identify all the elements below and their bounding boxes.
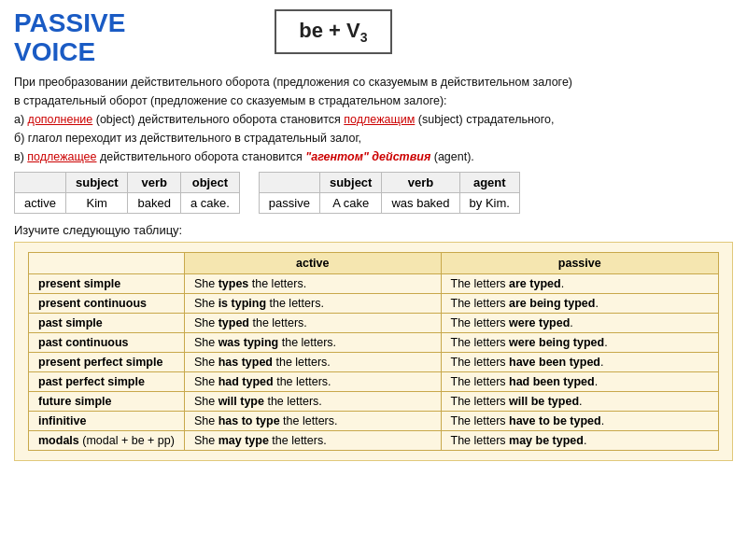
tense-row: past perfect simpleShe had typed the let… — [29, 371, 719, 391]
tense-name-cell: modals (modal + be + pp) — [29, 430, 185, 450]
formula-box: be + V3 — [275, 9, 391, 54]
tense-name-cell: past perfect simple — [29, 371, 185, 391]
passive-sentence-cell: The letters were typed. — [441, 313, 719, 332]
tense-row: present perfect simpleShe has typed the … — [29, 352, 719, 371]
study-label: Изучите следующую таблицу: — [14, 223, 733, 237]
passive-grammar-table: subject verb agent passive A cake was ba… — [259, 172, 520, 214]
tense-row: present simpleShe types the letters.The … — [29, 273, 719, 293]
tense-name-cell: present continuous — [29, 293, 185, 313]
passive-sentence-cell: The letters have been typed. — [441, 352, 719, 371]
header-row: PASSIVE VOICE be + V3 — [14, 9, 733, 67]
grammar-tables-row: subject verb object active Kim baked a c… — [14, 172, 733, 214]
subscript-3: 3 — [360, 30, 368, 45]
tense-name-cell: past simple — [29, 313, 185, 332]
desc-item-b: б) глагол переходит из действительного в… — [14, 132, 361, 145]
desc-line1: При преобразовании действительного оборо… — [14, 76, 572, 89]
tense-container: active passive present simpleShe types t… — [14, 242, 733, 461]
tense-row: infinitiveShe has to type the letters.Th… — [29, 411, 719, 430]
active-sentence-cell: She may type the letters. — [184, 430, 441, 450]
passive-label: passive — [259, 192, 319, 213]
active-header-verb: verb — [128, 172, 180, 192]
tense-row: past simpleShe typed the letters.The let… — [29, 313, 719, 332]
title-block: PASSIVE VOICE — [14, 9, 125, 67]
active-subject: Kim — [65, 192, 128, 213]
desc-line2: в страдательный оборот (предложение со с… — [14, 94, 447, 107]
active-header-empty — [15, 172, 66, 192]
passive-sentence-cell: The letters may be typed. — [441, 430, 719, 450]
tense-col-header-empty — [29, 252, 185, 273]
tense-name-cell: infinitive — [29, 411, 185, 430]
passive-data-row: passive A cake was baked by Kim. — [259, 192, 519, 213]
active-label: active — [15, 192, 66, 213]
active-header-subject: subject — [65, 172, 128, 192]
passive-header-verb: verb — [382, 172, 459, 192]
tense-row: modals (modal + be + pp)She may type the… — [29, 430, 719, 450]
active-sentence-cell: She will type the letters. — [184, 391, 441, 411]
active-object: a cake. — [180, 192, 239, 213]
active-sentence-cell: She typed the letters. — [184, 313, 441, 332]
tense-name-cell: future simple — [29, 391, 185, 411]
passive-sentence-cell: The letters will be typed. — [441, 391, 719, 411]
description-block: При преобразовании действительного оборо… — [14, 73, 733, 166]
desc-item-c: в) подлежащее действительного оборота ст… — [14, 150, 474, 163]
passive-header-empty — [259, 172, 319, 192]
active-data-row: active Kim baked a cake. — [15, 192, 240, 213]
passive-sentence-cell: The letters had been typed. — [441, 371, 719, 391]
passive-sentence-cell: The letters are being typed. — [441, 293, 719, 313]
title-voice: VOICE — [14, 38, 125, 67]
active-sentence-cell: She was typing the letters. — [184, 332, 441, 352]
active-sentence-cell: She types the letters. — [184, 273, 441, 293]
active-grammar-table: subject verb object active Kim baked a c… — [14, 172, 240, 214]
tense-row: present continuousShe is typing the lett… — [29, 293, 719, 313]
passive-header-agent: agent — [459, 172, 519, 192]
passive-sentence-cell: The letters are typed. — [441, 273, 719, 293]
tense-name-cell: present simple — [29, 273, 185, 293]
passive-agent: by Kim. — [459, 192, 519, 213]
active-header-object: object — [180, 172, 239, 192]
tense-row: past continuousShe was typing the letter… — [29, 332, 719, 352]
passive-sentence-cell: The letters were being typed. — [441, 332, 719, 352]
tense-table: active passive present simpleShe types t… — [28, 252, 719, 451]
tense-col-header-passive: passive — [441, 252, 719, 273]
title-passive: PASSIVE — [14, 9, 125, 38]
tense-col-header-active: active — [184, 252, 441, 273]
passive-sentence-cell: The letters have to be typed. — [441, 411, 719, 430]
tense-header-row: active passive — [29, 252, 719, 273]
passive-header-subject: subject — [319, 172, 382, 192]
tense-name-cell: past continuous — [29, 332, 185, 352]
tense-name-cell: present perfect simple — [29, 352, 185, 371]
active-sentence-cell: She has to type the letters. — [184, 411, 441, 430]
active-verb: baked — [128, 192, 180, 213]
passive-subject: A cake — [319, 192, 382, 213]
tense-row: future simpleShe will type the letters.T… — [29, 391, 719, 411]
passive-verb: was baked — [382, 192, 459, 213]
active-sentence-cell: She had typed the letters. — [184, 371, 441, 391]
desc-item-a: а) дополнение (object) действительного о… — [14, 113, 555, 126]
active-sentence-cell: She has typed the letters. — [184, 352, 441, 371]
active-sentence-cell: She is typing the letters. — [184, 293, 441, 313]
